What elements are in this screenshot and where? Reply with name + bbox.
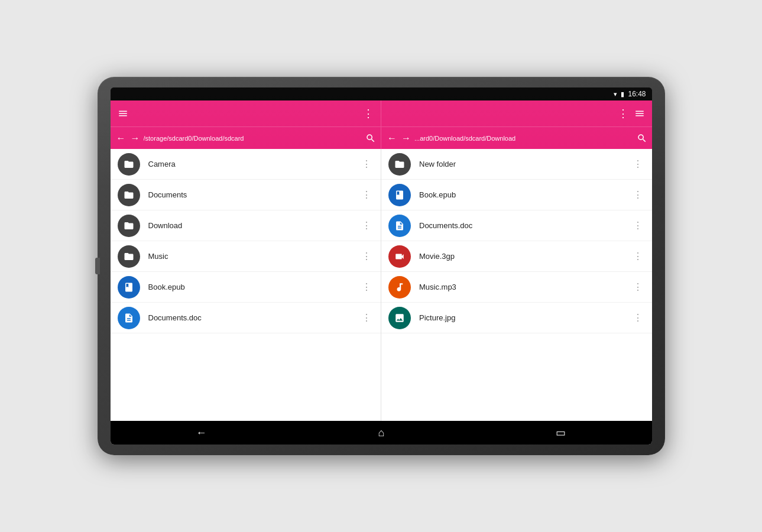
back-button[interactable]: ←	[184, 423, 219, 443]
right-menu-icon[interactable]	[634, 108, 645, 119]
left-path-bar: ← → /storage/sdcard0/Download/sdcard	[111, 126, 381, 149]
recents-button[interactable]: ▭	[544, 423, 578, 443]
left-menu-icon[interactable]	[118, 108, 128, 119]
file-icon	[388, 215, 411, 237]
file-name: Documents.doc	[419, 221, 631, 230]
file-name: New folder	[419, 160, 631, 168]
right-path-bar: ← → ...ard0/Download/sdcard/Download	[381, 126, 652, 149]
right-more-icon[interactable]: ⋮	[618, 108, 628, 119]
left-search-icon[interactable]	[365, 133, 376, 144]
right-forward-arrow[interactable]: →	[400, 132, 412, 145]
right-app-bar: ⋮	[381, 100, 652, 126]
file-icon	[118, 153, 140, 176]
file-icon	[118, 307, 140, 329]
tablet-screen: ▾ ▮ 16:48 ⋮ ⋮	[111, 87, 652, 445]
file-name: Camera	[148, 160, 360, 168]
list-item[interactable]: Download ⋮	[111, 210, 381, 241]
list-item[interactable]: Music.mp3 ⋮	[381, 272, 652, 303]
item-more-button[interactable]: ⋮	[359, 156, 374, 172]
home-button[interactable]: ⌂	[367, 423, 397, 443]
item-more-button[interactable]: ⋮	[631, 156, 645, 172]
file-icon	[388, 153, 411, 176]
left-path-text: /storage/sdcard0/Download/sdcard	[144, 135, 364, 142]
item-more-button[interactable]: ⋮	[359, 248, 374, 264]
list-item[interactable]: New folder ⋮	[381, 149, 652, 180]
item-more-button[interactable]: ⋮	[631, 218, 645, 233]
item-more-button[interactable]: ⋮	[359, 187, 374, 203]
file-name: Download	[148, 221, 360, 230]
app-bar: ⋮ ⋮	[111, 100, 652, 126]
left-back-arrow[interactable]: ←	[115, 132, 127, 145]
status-bar: ▾ ▮ 16:48	[111, 87, 652, 100]
file-name: Book.epub	[148, 283, 360, 291]
list-item[interactable]: Documents.doc ⋮	[111, 303, 381, 333]
item-more-button[interactable]: ⋮	[631, 248, 645, 264]
list-item[interactable]: Book.epub ⋮	[111, 272, 381, 303]
file-icon	[118, 245, 140, 268]
file-icon	[118, 276, 140, 299]
item-more-button[interactable]: ⋮	[359, 279, 374, 295]
item-more-button[interactable]: ⋮	[631, 279, 645, 295]
file-name: Music	[148, 252, 360, 261]
item-more-button[interactable]: ⋮	[631, 187, 645, 203]
list-item[interactable]: Camera ⋮	[111, 149, 381, 180]
power-button[interactable]	[95, 258, 100, 274]
left-forward-arrow[interactable]: →	[129, 132, 141, 145]
screen-content: ⋮ ⋮ ← → /storage/sdcard0/Download/sdca	[111, 100, 652, 445]
list-item[interactable]: Documents ⋮	[111, 180, 381, 210]
status-time: 16:48	[628, 90, 646, 98]
file-name: Documents.doc	[148, 313, 360, 322]
file-icon	[388, 276, 411, 299]
file-name: Documents	[148, 190, 360, 199]
tablet-device: ▾ ▮ 16:48 ⋮ ⋮	[98, 77, 665, 455]
list-item[interactable]: Music ⋮	[111, 241, 381, 272]
path-bar: ← → /storage/sdcard0/Download/sdcard ← →…	[111, 126, 652, 149]
file-icon	[388, 245, 411, 268]
file-panes: Camera ⋮ Documents ⋮ Download ⋮ Music ⋮	[111, 149, 652, 421]
list-item[interactable]: Documents.doc ⋮	[381, 210, 652, 241]
file-icon	[388, 184, 411, 206]
battery-icon: ▮	[621, 90, 624, 98]
list-item[interactable]: Book.epub ⋮	[381, 180, 652, 210]
item-more-button[interactable]: ⋮	[359, 218, 374, 233]
right-back-arrow[interactable]: ←	[386, 132, 398, 145]
file-name: Book.epub	[419, 190, 631, 199]
file-name: Picture.jpg	[419, 313, 631, 322]
wifi-icon: ▾	[614, 90, 617, 98]
file-icon	[118, 215, 140, 237]
right-file-pane: New folder ⋮ Book.epub ⋮ Documents.doc ⋮…	[381, 149, 652, 421]
nav-bar: ← ⌂ ▭	[111, 421, 652, 445]
item-more-button[interactable]: ⋮	[359, 310, 374, 326]
list-item[interactable]: Movie.3gp ⋮	[381, 241, 652, 272]
left-app-bar: ⋮	[111, 100, 381, 126]
left-more-icon[interactable]: ⋮	[363, 108, 374, 119]
left-file-pane: Camera ⋮ Documents ⋮ Download ⋮ Music ⋮	[111, 149, 381, 421]
right-search-icon[interactable]	[637, 133, 647, 144]
file-name: Movie.3gp	[419, 252, 631, 261]
item-more-button[interactable]: ⋮	[631, 310, 645, 326]
list-item[interactable]: Picture.jpg ⋮	[381, 303, 652, 333]
file-name: Music.mp3	[419, 283, 631, 291]
file-icon	[118, 184, 140, 206]
right-path-text: ...ard0/Download/sdcard/Download	[414, 135, 634, 142]
file-icon	[388, 307, 411, 329]
